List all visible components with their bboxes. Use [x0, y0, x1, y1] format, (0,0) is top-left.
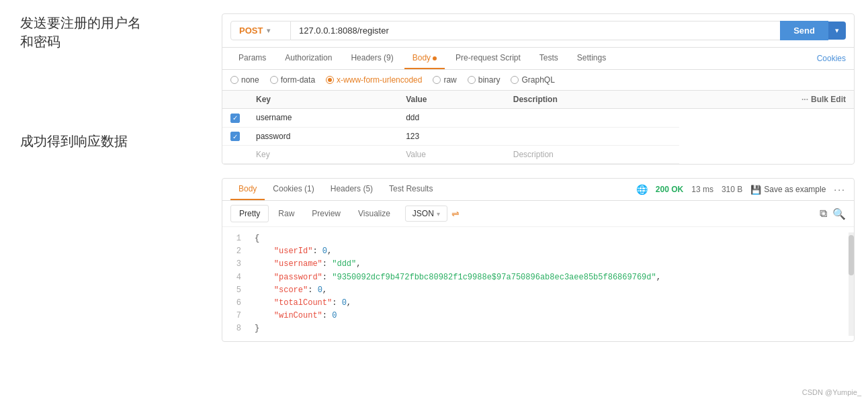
code-content: { "userId": 0, "username": "ddd", "passw…	[249, 232, 849, 336]
cookies-link[interactable]: Cookies	[817, 54, 846, 63]
tab-prerequest[interactable]: Pre-request Script	[447, 48, 529, 69]
code-line-1: {	[255, 232, 843, 245]
code-line-7: "winCount": 0	[255, 310, 843, 322]
response-panel: Body Cookies (1) Headers (5) Test Result…	[222, 178, 855, 342]
radio-urlencoded[interactable]: x-www-form-urlencoded	[326, 75, 422, 85]
request-tabs: Params Authorization Headers (9) Body Pr…	[222, 48, 854, 70]
code-line-3: "username": "ddd",	[255, 258, 843, 271]
globe-icon: 🌐	[636, 184, 648, 195]
table-row: ✓ username ddd	[222, 109, 854, 128]
radio-graphql[interactable]: GraphQL	[511, 75, 554, 85]
table-row-empty: Key Value Description	[222, 146, 854, 164]
method-label: POST	[239, 26, 263, 36]
response-tabs-bar: Body Cookies (1) Headers (5) Test Result…	[222, 179, 854, 201]
fmt-tab-raw[interactable]: Raw	[270, 206, 302, 222]
tab-response-testresults[interactable]: Test Results	[381, 179, 441, 200]
row2-value[interactable]: 123	[398, 127, 505, 146]
tab-body[interactable]: Body	[404, 48, 445, 69]
empty-value[interactable]: Value	[398, 146, 505, 164]
radio-form-data-dot	[270, 76, 278, 84]
radio-graphql-dot	[511, 76, 519, 84]
table-row: ✓ password 123	[222, 127, 854, 146]
row2-checkbox[interactable]: ✓	[230, 132, 240, 141]
more-options-button[interactable]: ···	[834, 184, 846, 195]
response-time: 13 ms	[691, 185, 713, 194]
left-sidebar: 发送要注册的用户名和密码 成功得到响应数据	[0, 0, 215, 403]
credit-text: CSDN @Yumpie_	[802, 388, 861, 396]
response-size: 310 B	[722, 185, 742, 194]
code-line-5: "score": 0,	[255, 284, 843, 297]
sidebar-label-register: 发送要注册的用户名和密码	[20, 13, 195, 51]
scrollbar[interactable]	[849, 232, 854, 336]
code-line-8: }	[255, 322, 843, 335]
save-icon: 💾	[750, 185, 761, 195]
table-header-bulkedit[interactable]: ···Bulk Edit	[679, 91, 854, 109]
wrap-icon[interactable]: ⇌	[451, 208, 460, 219]
chevron-down-icon: ▾	[437, 210, 440, 218]
row1-description[interactable]	[505, 109, 680, 128]
tab-response-body[interactable]: Body	[230, 179, 265, 200]
row1-key[interactable]: username	[248, 109, 398, 128]
json-type-selector[interactable]: JSON ▾	[405, 206, 447, 222]
tab-authorization[interactable]: Authorization	[277, 48, 340, 69]
fmt-tab-visualize[interactable]: Visualize	[350, 206, 398, 222]
chevron-down-icon: ▾	[267, 27, 270, 34]
tab-response-headers[interactable]: Headers (5)	[322, 179, 381, 200]
code-line-4: "password": "9350092dcf9b472fbbc80982f1c…	[255, 271, 843, 284]
save-example-button[interactable]: 💾 Save as example	[750, 185, 826, 195]
body-type-row: none form-data x-www-form-urlencoded raw…	[222, 70, 854, 91]
radio-none-dot	[230, 76, 238, 84]
row2-description[interactable]	[505, 127, 680, 146]
radio-raw-dot	[433, 76, 441, 84]
copy-icon[interactable]: ⧉	[820, 208, 827, 220]
code-line-6: "totalCount": 0,	[255, 297, 843, 310]
request-panel: POST ▾ Send ▾ Params Authorization Heade…	[222, 13, 855, 165]
sidebar-label-response: 成功得到响应数据	[20, 132, 195, 150]
tab-tests[interactable]: Tests	[531, 48, 566, 69]
radio-raw[interactable]: raw	[433, 75, 456, 85]
row1-value[interactable]: ddd	[398, 109, 505, 128]
code-line-2: "userId": 0,	[255, 245, 843, 258]
status-badge: 200 OK	[656, 185, 683, 194]
table-header-checkbox	[222, 91, 248, 109]
url-input[interactable]	[291, 21, 780, 40]
radio-binary-dot	[468, 76, 476, 84]
tab-params[interactable]: Params	[230, 48, 274, 69]
tab-response-cookies[interactable]: Cookies (1)	[265, 179, 322, 200]
scrollbar-thumb[interactable]	[849, 235, 854, 275]
url-bar: POST ▾ Send ▾	[222, 14, 854, 48]
row2-key[interactable]: password	[248, 127, 398, 146]
radio-binary[interactable]: binary	[468, 75, 501, 85]
radio-urlencoded-dot	[326, 76, 334, 84]
send-button[interactable]: Send	[780, 21, 828, 40]
search-icon[interactable]: 🔍	[832, 208, 846, 220]
empty-description[interactable]: Description	[505, 146, 680, 164]
radio-form-data[interactable]: form-data	[270, 75, 315, 85]
response-meta: 🌐 200 OK 13 ms 310 B 💾 Save as example ·…	[636, 184, 846, 195]
line-numbers: 12345678	[222, 232, 249, 336]
table-header-key: Key	[248, 91, 398, 109]
send-dropdown-button[interactable]: ▾	[828, 21, 846, 40]
empty-key[interactable]: Key	[248, 146, 398, 164]
response-actions: ⧉ 🔍	[820, 208, 846, 220]
radio-none[interactable]: none	[230, 75, 259, 85]
row1-checkbox-cell[interactable]: ✓	[222, 109, 248, 128]
empty-checkbox-cell	[222, 146, 248, 164]
row1-checkbox[interactable]: ✓	[230, 114, 240, 123]
tab-settings[interactable]: Settings	[569, 48, 614, 69]
row2-checkbox-cell[interactable]: ✓	[222, 127, 248, 146]
fmt-tab-preview[interactable]: Preview	[304, 206, 349, 222]
fmt-tab-pretty[interactable]: Pretty	[230, 205, 269, 222]
tab-headers[interactable]: Headers (9)	[343, 48, 401, 69]
kv-table: Key Value Description ···Bulk Edit ✓ use…	[222, 91, 854, 164]
method-selector[interactable]: POST ▾	[230, 21, 291, 40]
main-content: POST ▾ Send ▾ Params Authorization Heade…	[215, 0, 868, 403]
table-header-value: Value	[398, 91, 505, 109]
code-body: 12345678 { "userId": 0, "username": "ddd…	[222, 227, 854, 341]
table-header-description: Description	[505, 91, 680, 109]
response-format-bar: Pretty Raw Preview Visualize JSON ▾ ⇌ ⧉ …	[222, 201, 854, 227]
